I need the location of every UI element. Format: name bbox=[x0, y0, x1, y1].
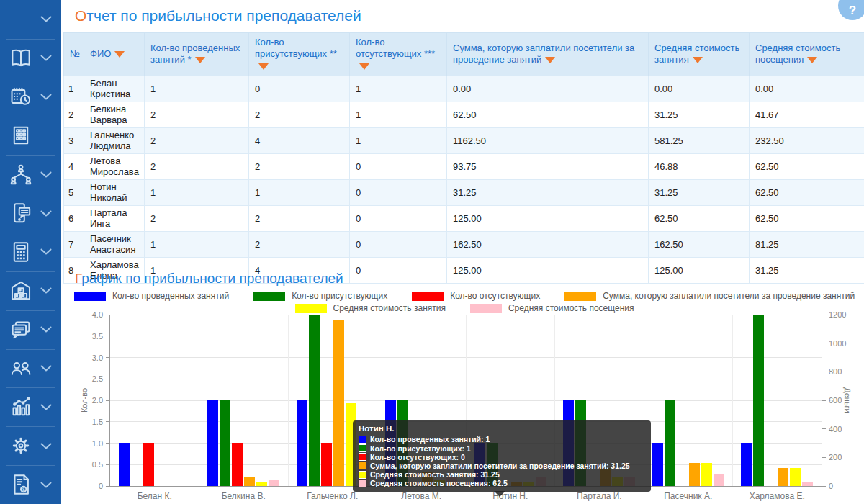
table-row: 2Белкина Варвара22162.5031.2541.67 bbox=[64, 102, 864, 127]
sort-desc-icon[interactable] bbox=[545, 57, 555, 63]
bar[interactable] bbox=[689, 463, 700, 486]
tooltip-line: Кол-во проведенных занятий: 1 bbox=[359, 435, 645, 444]
chevron-down-icon[interactable] bbox=[40, 16, 52, 22]
bar[interactable] bbox=[256, 482, 267, 486]
tooltip-swatch bbox=[359, 444, 366, 452]
sidebar-item-collapsed[interactable] bbox=[0, 0, 61, 39]
sidebar-item-warehouse[interactable] bbox=[0, 271, 61, 310]
bar[interactable] bbox=[665, 400, 675, 486]
chevron-down-icon[interactable] bbox=[40, 94, 52, 100]
sidebar-item-calendar-clock[interactable] bbox=[0, 78, 61, 117]
column-header-5[interactable]: Сумма, которую заплатили посетители за п… bbox=[447, 33, 649, 76]
column-header-4[interactable]: Кол-во отсутствующих *** bbox=[350, 33, 447, 76]
bar[interactable] bbox=[269, 480, 279, 486]
sidebar-item-phone-message[interactable] bbox=[0, 194, 61, 233]
sidebar-item-stats[interactable] bbox=[0, 387, 61, 426]
legend-item: Кол-во отсутствующих bbox=[412, 291, 540, 301]
sidebar-item-calculator[interactable] bbox=[0, 233, 61, 271]
cell-value: 93.75 bbox=[447, 153, 649, 179]
bar[interactable] bbox=[143, 443, 154, 486]
chevron-down-icon[interactable] bbox=[40, 171, 52, 178]
column-header-6[interactable]: Средняя стоимость занятия bbox=[649, 33, 750, 76]
bar[interactable] bbox=[790, 468, 801, 486]
chevron-down-icon[interactable] bbox=[40, 287, 52, 294]
legend-label: Средняя стоимость посещения bbox=[508, 303, 634, 313]
bar[interactable] bbox=[652, 443, 663, 486]
legend-label: Средняя стоимость занятия bbox=[333, 303, 446, 313]
bar[interactable] bbox=[701, 463, 712, 486]
bar[interactable] bbox=[297, 400, 307, 486]
cell-value: 31.25 bbox=[649, 102, 750, 127]
bar[interactable] bbox=[753, 315, 764, 486]
book-icon bbox=[8, 45, 34, 71]
tooltip-line: Сумма, которую заплатили посетители за п… bbox=[359, 462, 645, 470]
chevron-down-icon[interactable] bbox=[40, 443, 52, 449]
sort-desc-icon[interactable] bbox=[258, 63, 269, 70]
calendar-clock-icon bbox=[8, 84, 34, 110]
help-button[interactable]: ? bbox=[838, 0, 864, 20]
calendar-grid-icon bbox=[8, 122, 34, 148]
column-header-1[interactable]: ФИО bbox=[84, 33, 145, 76]
chevron-down-icon[interactable] bbox=[40, 326, 52, 333]
bar[interactable] bbox=[333, 320, 344, 486]
warehouse-icon bbox=[8, 278, 34, 304]
cell-value: 31.25 bbox=[750, 257, 864, 283]
chevron-down-icon[interactable] bbox=[40, 365, 52, 372]
sidebar-item-org-chart[interactable] bbox=[0, 155, 61, 194]
right-axis-tick: 400 bbox=[829, 425, 842, 433]
bar[interactable] bbox=[778, 468, 788, 486]
chevron-down-icon[interactable] bbox=[40, 404, 52, 410]
sidebar-item-gear[interactable] bbox=[0, 426, 61, 465]
tooltip-line: Средняя стоимость посещения: 62.5 bbox=[359, 479, 645, 487]
legend-swatch bbox=[470, 304, 502, 313]
bar[interactable] bbox=[741, 443, 752, 486]
cell-value: 125.00 bbox=[447, 205, 649, 231]
chevron-down-icon[interactable] bbox=[40, 55, 52, 61]
table-row: 4Летова Мирослава22093.7546.8862.50 bbox=[64, 153, 864, 179]
cell-value: 1 bbox=[249, 179, 350, 205]
teacher-name: Пасечник Анастасия bbox=[84, 231, 145, 257]
table-row: 5Нотин Николай11031.2531.2562.50 bbox=[64, 179, 864, 205]
cell-value: 0 bbox=[249, 76, 350, 102]
left-axis-tick: 3.5 bbox=[92, 332, 103, 341]
sort-desc-icon[interactable] bbox=[693, 57, 703, 63]
bar[interactable] bbox=[309, 315, 320, 486]
bar[interactable] bbox=[321, 443, 332, 486]
left-axis-tick: 1.0 bbox=[92, 439, 103, 448]
sidebar-item-chat[interactable] bbox=[0, 310, 61, 349]
left-axis-label: Кол-во bbox=[80, 388, 89, 413]
teacher-name: Белкина Варвара bbox=[84, 102, 145, 127]
bar[interactable] bbox=[232, 443, 243, 486]
bar[interactable] bbox=[220, 400, 230, 486]
sort-desc-icon[interactable] bbox=[807, 57, 817, 63]
sidebar-item-calendar-grid[interactable] bbox=[0, 117, 61, 156]
right-axis-tick: 1200 bbox=[829, 310, 846, 319]
cell-value: 0 bbox=[350, 257, 447, 283]
bar[interactable] bbox=[244, 477, 255, 486]
cell-value: 0 bbox=[350, 205, 447, 231]
chevron-down-icon[interactable] bbox=[40, 210, 52, 217]
column-header-2[interactable]: Кол-во проведенных занятий * bbox=[145, 33, 249, 76]
bar[interactable] bbox=[714, 474, 724, 486]
sidebar-item-invoice[interactable]: $ bbox=[0, 465, 61, 504]
cell-value: 1 bbox=[145, 179, 249, 205]
sort-desc-icon[interactable] bbox=[114, 51, 125, 58]
bar[interactable] bbox=[207, 400, 218, 486]
teacher-name: Белан Кристина bbox=[84, 76, 145, 102]
sidebar-item-book[interactable] bbox=[0, 39, 61, 78]
sidebar-item-users[interactable] bbox=[0, 349, 61, 388]
column-header-3[interactable]: Кол-во присутствующих ** bbox=[249, 33, 350, 76]
cell-value: 31.25 bbox=[447, 179, 649, 205]
column-header-7[interactable]: Средняя стоимость посещения bbox=[750, 33, 864, 76]
bar[interactable] bbox=[802, 482, 813, 486]
sidebar: $ bbox=[0, 0, 61, 504]
cell-value: 46.88 bbox=[649, 153, 750, 179]
sort-desc-icon[interactable] bbox=[359, 63, 369, 70]
report-title-first-letter: О bbox=[75, 7, 86, 24]
teacher-name: Партала Инга bbox=[84, 205, 145, 231]
bar[interactable] bbox=[119, 443, 130, 486]
chevron-down-icon[interactable] bbox=[40, 482, 52, 488]
cell-value: 0 bbox=[350, 179, 447, 205]
chevron-down-icon[interactable] bbox=[40, 248, 52, 255]
sort-desc-icon[interactable] bbox=[195, 57, 205, 63]
